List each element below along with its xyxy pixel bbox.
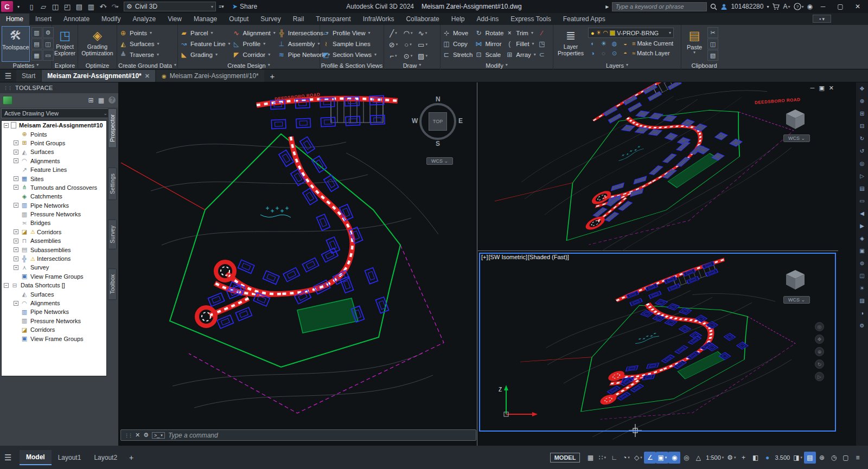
panel-display-icon[interactable]: ▦ [98, 97, 104, 104]
viewport-style-control[interactable]: [Shaded (Fast)] [528, 254, 569, 260]
view-selector-dropdown[interactable]: Active Drawing View⌄ [1, 108, 111, 118]
explore-panel-title[interactable]: Explore [52, 62, 78, 69]
quick-properties-toggle[interactable]: ▤ [804, 452, 816, 464]
settings-icon[interactable]: ⚙ [858, 322, 866, 329]
ribbon-dropdown-button[interactable]: ◭Surfaces▾ [119, 39, 159, 48]
add-ui-toggle[interactable]: + [738, 452, 750, 464]
new-file-icon[interactable]: ▯ [26, 1, 37, 12]
grid-toggle[interactable]: ▦ [584, 452, 596, 464]
side-tab-survey[interactable]: Survey [108, 220, 117, 249]
polar-toggle[interactable]: ◔▾ [620, 452, 632, 464]
gizmo-toggle[interactable]: ⊕ [816, 452, 828, 464]
layer-properties-button[interactable]: ≣ Layer Properties [556, 27, 586, 61]
layout-menu-icon[interactable]: ☰ [4, 453, 20, 462]
draw-tool-button[interactable]: ▨▾ [416, 50, 430, 61]
draw-tool-button[interactable]: ▭▾ [416, 39, 430, 50]
ribbon-tab[interactable]: Survey [254, 14, 286, 25]
tree-item[interactable]: +◭Surfaces [2, 147, 106, 156]
tree-item[interactable]: ◭Surfaces [2, 290, 106, 298]
zoom-extents-icon[interactable]: ⊕ [858, 97, 866, 105]
compass-south[interactable]: S [436, 140, 440, 147]
customization-menu[interactable]: ≡ [852, 452, 864, 464]
tree-expander[interactable]: + [14, 229, 18, 234]
ribbon-tab[interactable]: Manage [188, 14, 223, 25]
tree-item[interactable]: ↗Feature Lines [2, 165, 106, 174]
isodraft-toggle[interactable]: ◇▾ [632, 452, 644, 464]
tree-item[interactable]: −Meisam Zarei-Assignment#10 [2, 121, 106, 130]
command-prompt-icon[interactable]: >_ ▾ [152, 432, 165, 439]
cart-icon[interactable] [772, 3, 780, 10]
new-layout-button[interactable]: + [124, 450, 139, 465]
ribbon-tab[interactable]: Modify [95, 14, 126, 25]
modify-tool-button[interactable]: ⊞Array▾ [506, 50, 536, 59]
print-icon[interactable]: ▥ [86, 1, 97, 12]
iso-view-icon[interactable]: ◈ [858, 234, 866, 242]
create-ground-data-panel-title[interactable]: Create Ground Data▾ [117, 62, 177, 69]
view-cube[interactable] [783, 106, 808, 131]
compass-west[interactable]: W [412, 117, 418, 125]
start-tab[interactable]: Start [16, 70, 41, 82]
tree-item[interactable]: −⊟Data Shortcuts [] [2, 281, 106, 290]
open-file-icon[interactable]: ▱ [38, 1, 49, 12]
feedback-icon[interactable]: ◉ [807, 3, 813, 10]
layer-unisolate-icon[interactable]: ◑ [588, 49, 597, 57]
viewport-restore-icon[interactable]: ▣ [819, 85, 824, 92]
ribbon-dropdown-button[interactable]: ◣Grading▾ [180, 50, 231, 59]
isolate-objects-toggle[interactable]: ◧ [750, 452, 762, 464]
snap-toggle[interactable]: ∷▾ [596, 452, 608, 464]
tree-item[interactable]: +⋔Turnouts and Crossovers [2, 183, 106, 192]
top-view-icon[interactable]: ▤ [858, 184, 866, 192]
ribbon-dropdown-button[interactable]: ◺Profile▾ [233, 39, 276, 48]
tree-item[interactable]: ⊕Points [2, 130, 106, 138]
ribbon-tab[interactable]: Annotate [58, 14, 95, 25]
ribbon-tab[interactable]: Collaborate [400, 14, 445, 25]
free-orbit-icon[interactable]: ↺ [858, 147, 866, 155]
modify-tool-button[interactable]: ×Trim▾ [506, 28, 536, 37]
modify-panel-title[interactable]: Modify▾ [441, 62, 553, 69]
tree-item[interactable]: ▣View Frame Groups [2, 272, 106, 281]
command-close-icon[interactable]: ✕ [135, 432, 140, 439]
explode-icon[interactable]: ◳ [538, 39, 546, 48]
restore-button[interactable]: ▢ [833, 1, 847, 12]
autodesk-apps-icon[interactable]: A▾ [783, 3, 790, 10]
plot-icon[interactable]: ▤ [74, 1, 85, 12]
modify-tool-button[interactable]: ◫Copy [443, 39, 473, 48]
viewport-plan[interactable]: N S W E TOP WCS ⌄ DEEDSBORO ROAD ⋮⋮ ✕ ⚙ … [118, 82, 477, 446]
osnap-toggle[interactable]: ▣▾ [656, 452, 668, 464]
annotation-scale-value[interactable]: 1:500▾ [704, 452, 725, 464]
user-menu-caret-icon[interactable]: ▾ [767, 4, 769, 9]
section-plane-icon[interactable]: ◫ [858, 272, 866, 279]
left-view-icon[interactable]: ◀ [858, 209, 866, 217]
toolspace-help-icon[interactable]: ? [108, 97, 116, 104]
toolspace-button[interactable]: 🛠 Toolspace [2, 27, 29, 61]
annotation-autoscale-toggle[interactable]: ◎ [680, 452, 692, 464]
ribbon-tab[interactable]: Output [223, 14, 254, 25]
tree-expander[interactable]: + [14, 265, 18, 270]
ribbon-dropdown-button[interactable]: ≜Traverse▾ [119, 50, 159, 59]
annotation-monitor-toggle[interactable]: ◷ [828, 452, 840, 464]
search-icon[interactable] [710, 3, 717, 10]
zoom-previous-icon[interactable]: ⊟ [858, 122, 866, 130]
tree-expander[interactable]: + [14, 239, 18, 243]
modify-tool-button[interactable]: ⊹Move [443, 28, 473, 37]
ribbon-display-toggle[interactable]: ▪ ▾ [813, 15, 831, 23]
ribbon-dropdown-button[interactable]: ◤Corridor▾ [233, 50, 276, 59]
orbit-ring-icon[interactable]: ↻ [815, 359, 824, 369]
file-tab-menu-icon[interactable]: ☰ [0, 70, 16, 82]
offset-icon[interactable]: ⊂ [538, 50, 546, 59]
show-motion-icon[interactable]: ▷ [858, 172, 866, 179]
workspace-switch[interactable]: ⚙▾ [725, 452, 737, 464]
ribbon-tab[interactable]: View [162, 14, 188, 25]
sheet-set-icon[interactable]: ▦ [31, 50, 42, 61]
tree-expander[interactable]: − [4, 283, 9, 288]
tree-item[interactable]: +╬⚠Intersections [2, 254, 106, 263]
side-tab-settings[interactable]: Settings [108, 168, 117, 200]
project-explorer-button[interactable]: ◳ Project Explorer [54, 27, 75, 61]
layer-selector[interactable]: ● ☀ ◠ V-PROP-BRNG ▾ [588, 28, 674, 38]
layout-tab-layout1[interactable]: Layout1 [52, 451, 88, 465]
copy-clip-icon[interactable]: ◫ [707, 38, 718, 49]
layers-panel-title[interactable]: Layers▾ [553, 62, 681, 69]
modify-tool-button[interactable]: ⋈Mirror [475, 39, 503, 48]
materials-icon[interactable]: ◑ [858, 309, 866, 317]
lod-sphere-icon[interactable]: ● [762, 452, 774, 464]
